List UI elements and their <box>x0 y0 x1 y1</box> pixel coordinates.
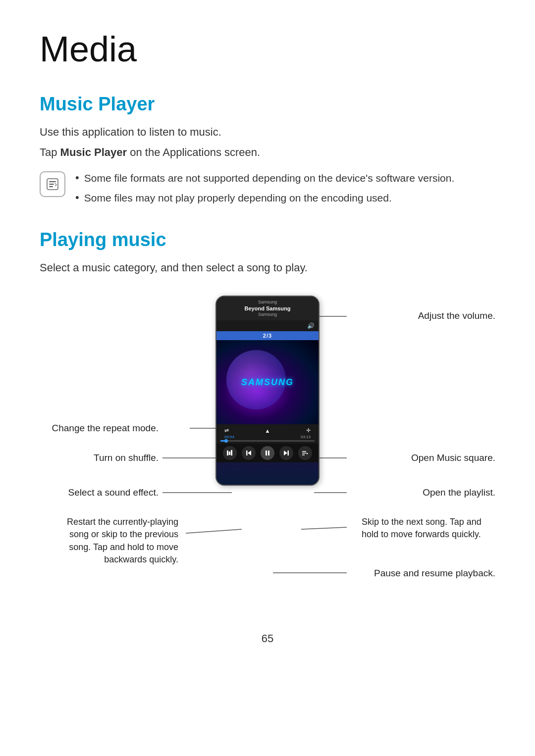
playing-music-section: Playing music Select a music category, a… <box>40 229 495 603</box>
pencil-icon <box>45 177 60 192</box>
music-player-desc1: Use this application to listen to music. <box>40 124 495 140</box>
volume-icon: 🔊 <box>307 322 315 329</box>
progress-dot <box>224 439 228 443</box>
phone-controls-top-row: ⇌ ▲ ✛ <box>220 426 315 435</box>
playlist-btn[interactable] <box>298 446 312 460</box>
phone-song-title: Beyond Samsung <box>221 305 314 312</box>
page-number: 65 <box>40 632 495 645</box>
annotation-playlist: Open the playlist. <box>423 486 495 500</box>
prev-btn[interactable] <box>242 446 256 460</box>
svg-line-5 <box>186 529 242 533</box>
playing-music-desc: Select a music category, and then select… <box>40 259 495 276</box>
svg-rect-21 <box>302 454 305 455</box>
music-square-icon: ✛ <box>306 427 311 434</box>
phone-top-bar: Samsung Beyond Samsung Samsung <box>216 297 319 320</box>
phone-track-num: 2/3 <box>216 331 319 340</box>
svg-rect-15 <box>266 451 267 455</box>
phone-album-art: SAMSUNG <box>216 340 319 424</box>
phone-artist2: Samsung <box>221 312 314 317</box>
progress-bar-bg <box>220 440 315 442</box>
next-btn[interactable] <box>279 446 293 460</box>
shuffle-icon: ⇌ <box>224 427 229 434</box>
phone-time-total: 03:13 <box>301 435 311 439</box>
diagram-container: Samsung Beyond Samsung Samsung 🔊 2/3 SAM… <box>40 296 495 603</box>
phone-time-row: 00:04 03:13 <box>220 435 315 440</box>
page-title: Media <box>40 30 495 69</box>
svg-rect-19 <box>302 451 306 452</box>
music-player-bold: Music Player <box>60 146 127 158</box>
svg-rect-16 <box>268 451 269 455</box>
svg-rect-14 <box>246 451 248 455</box>
sound-effect-btn[interactable] <box>223 446 237 460</box>
note-icon <box>40 171 65 197</box>
music-player-heading: Music Player <box>40 94 495 115</box>
pause-btn[interactable] <box>261 446 274 460</box>
phone-progress-bar: ⇌ ▲ ✛ 00:04 03:13 <box>216 424 319 444</box>
annotation-repeat-mode: Change the repeat mode. <box>40 422 159 435</box>
svg-rect-20 <box>302 453 306 454</box>
annotation-music-square: Open Music square. <box>411 452 495 465</box>
svg-rect-11 <box>229 452 230 455</box>
annotation-restart: Restart the currently-playingsong or ski… <box>40 516 178 566</box>
phone-mockup: Samsung Beyond Samsung Samsung 🔊 2/3 SAM… <box>215 296 320 486</box>
note-list: Some file formats are not supported depe… <box>75 170 454 209</box>
music-player-desc2: Tap Music Player on the Applications scr… <box>40 144 495 160</box>
playing-music-heading: Playing music <box>40 229 495 251</box>
upload-icon: ▲ <box>265 428 270 434</box>
phone-btn-row <box>216 444 319 462</box>
annotation-pause: Pause and resume playback. <box>374 567 495 580</box>
svg-marker-22 <box>307 453 308 454</box>
phone-time-current: 00:04 <box>224 435 234 439</box>
annotation-skip-next: Skip to the next song. Tap andhold to mo… <box>362 516 495 541</box>
annotation-sound-effect: Select a sound effect. <box>40 486 159 500</box>
note-box: Some file formats are not supported depe… <box>40 170 495 209</box>
note-item-1: Some file formats are not supported depe… <box>75 170 454 186</box>
phone-top-row: 🔊 <box>216 320 319 331</box>
note-item-2: Some files may not play properly dependi… <box>75 190 454 206</box>
svg-marker-17 <box>284 451 287 455</box>
svg-rect-10 <box>227 451 228 455</box>
svg-marker-13 <box>248 451 251 455</box>
svg-rect-12 <box>231 450 232 455</box>
annotation-adjust-volume: Adjust the volume. <box>418 309 495 323</box>
svg-line-8 <box>301 527 347 529</box>
samsung-logo: SAMSUNG <box>241 377 294 388</box>
annotation-shuffle: Turn on shuffle. <box>40 452 159 465</box>
svg-rect-18 <box>288 451 289 455</box>
phone-screen: Samsung Beyond Samsung Samsung 🔊 2/3 SAM… <box>216 297 319 485</box>
phone-artist-label: Samsung <box>221 300 314 305</box>
